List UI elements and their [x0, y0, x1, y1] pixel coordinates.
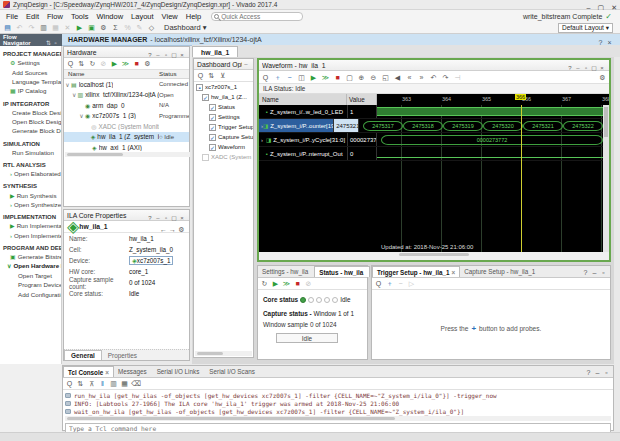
help-icon[interactable]: ?: [584, 368, 593, 377]
panel-tab[interactable]: Trigger Setup - hw_ila_1×: [372, 266, 460, 277]
properties-tab[interactable]: Properties: [102, 351, 143, 360]
twisty-icon[interactable]: ∨: [78, 112, 85, 119]
stop-icon[interactable]: ■: [293, 279, 302, 288]
refresh-icon[interactable]: ↻: [260, 279, 269, 288]
dashboard-option-row[interactable]: ✓ Waveform: [194, 142, 253, 152]
cursor-label[interactable]: 366: [515, 94, 526, 100]
menu-item[interactable]: View: [158, 12, 182, 21]
waveform-canvas[interactable]: ▪Z_system_i/..w_led_0_LED 1 ›◨Z_system_i…: [259, 105, 609, 252]
h-scrollbar[interactable]: [65, 416, 611, 421]
command-marker-icon[interactable]: [65, 409, 71, 414]
help-icon[interactable]: ?: [566, 64, 574, 73]
flow-nav-item[interactable]: ›Open Synthesized Design: [0, 200, 61, 209]
hardware-tree-row[interactable]: ∨◉xc7z007s_1 (3) Programmed: [64, 111, 189, 122]
run-trigger-icon[interactable]: ▶: [110, 59, 119, 68]
run-immediate-icon[interactable]: ≫: [121, 59, 130, 68]
forward-icon[interactable]: →: [168, 225, 177, 234]
goto-start-icon[interactable]: «: [405, 73, 414, 82]
properties-tab[interactable]: General: [64, 350, 102, 360]
maximize-icon[interactable]: ▢: [590, 64, 598, 73]
dashboard-option-row[interactable]: ✓ hw_ila_1 (Z...: [194, 92, 253, 102]
minimize-icon[interactable]: –: [574, 64, 582, 73]
flow-nav-section[interactable]: IMPLEMENTATION: [0, 209, 61, 221]
hardware-tree-row[interactable]: ◎XADC (System Monitor): [64, 121, 189, 132]
undo-icon[interactable]: ↶: [15, 23, 24, 32]
Z_system_i/P..nterrupt_Out[interactable]: ▪Z_system_i/P..nterrupt_Out 0: [259, 147, 609, 161]
panel-tab[interactable]: Status - hw_ila: [314, 266, 370, 277]
expand-all-icon[interactable]: ⊻: [218, 71, 227, 80]
dashboard-option-row[interactable]: ✓ Trigger Setup: [194, 122, 253, 132]
search-icon[interactable]: Q: [66, 59, 75, 68]
search-icon[interactable]: Q: [374, 279, 383, 288]
collapse-all-icon[interactable]: ⇅: [207, 71, 216, 80]
flow-nav-item[interactable]: Add Sources: [0, 67, 61, 76]
hardware-tree-row[interactable]: ◈hw_ila_1 (Z_system_ila_... ○ Idle: [64, 132, 189, 143]
console-tab[interactable]: Serial I/O Scans: [205, 367, 261, 377]
flow-nav-item[interactable]: Run Simulation: [0, 148, 61, 157]
menu-item[interactable]: Help: [182, 12, 205, 21]
add-probe-icon[interactable]: +: [471, 324, 476, 333]
checkbox[interactable]: [202, 154, 209, 161]
export-icon[interactable]: ◫: [297, 73, 306, 82]
flow-nav-item[interactable]: ∨Open Hardware Manager: [0, 261, 61, 270]
minimize-icon[interactable]: –: [593, 368, 602, 377]
clear-icon[interactable]: ⌫: [131, 379, 141, 388]
percent-icon[interactable]: %: [123, 23, 132, 32]
reports-icon[interactable]: Σ: [111, 23, 120, 32]
checkbox[interactable]: ✓: [202, 94, 209, 101]
checkbox[interactable]: ▪: [196, 84, 203, 91]
collapse-all-icon[interactable]: ⇅: [77, 59, 86, 68]
undo-zoom-icon[interactable]: ↶: [429, 73, 438, 82]
add-probe-icon[interactable]: ＋: [385, 279, 394, 288]
checkbox[interactable]: ✓: [209, 104, 216, 111]
settings-icon[interactable]: ⚙: [598, 73, 607, 82]
menu-item[interactable]: Layout: [127, 12, 158, 21]
flow-nav-section[interactable]: RTL ANALYSIS: [0, 157, 61, 169]
flow-nav-section[interactable]: IP INTEGRATOR: [0, 96, 61, 108]
dashboard-option-row[interactable]: ▪ xc7z007s_1: [194, 82, 253, 92]
run-trigger-icon[interactable]: ▶: [271, 279, 280, 288]
v-scrollbar[interactable]: [603, 105, 609, 252]
settings-icon[interactable]: ⚙: [177, 225, 186, 234]
flow-nav-section[interactable]: SYNTHESIS: [0, 178, 61, 190]
menu-item[interactable]: File: [2, 12, 22, 21]
console-tab[interactable]: Tcl Console×: [63, 366, 114, 377]
panel-tab[interactable]: Settings - hw_ila: [258, 267, 314, 277]
search-icon[interactable]: Q: [65, 379, 74, 388]
add-probe-icon[interactable]: ＋: [273, 73, 282, 82]
dashboard-dropdown[interactable]: Dashboard ▾: [164, 23, 207, 32]
minimize-icon[interactable]: –: [242, 60, 250, 69]
float-icon[interactable]: ▫: [602, 368, 611, 377]
checkbox[interactable]: ✓: [209, 134, 216, 141]
pin-icon[interactable]: ⊣: [453, 73, 462, 82]
minimize-icon[interactable]: –: [154, 51, 162, 60]
flow-nav-item[interactable]: ▦IP Catalog: [0, 86, 61, 95]
pause-icon[interactable]: ‖: [98, 379, 107, 388]
waveform-ruler[interactable]: 363364365366367368 366: [377, 94, 609, 105]
console-tab[interactable]: Messages: [114, 367, 153, 377]
command-marker-icon[interactable]: [65, 393, 71, 398]
autoconnect-icon[interactable]: ⊘: [99, 59, 108, 68]
checkbox[interactable]: ✓: [209, 144, 216, 151]
zoom-out-icon[interactable]: ⊖: [369, 73, 378, 82]
command-marker-icon[interactable]: [65, 401, 71, 406]
run-icon[interactable]: ▷: [407, 279, 416, 288]
delete-icon[interactable]: ✕: [63, 23, 72, 32]
h-scrollbar[interactable]: [65, 152, 190, 157]
disabled-icon[interactable]: ⊘: [304, 279, 313, 288]
flow-nav-item[interactable]: ▶Run Implementation: [0, 221, 61, 230]
hardware-tree-row[interactable]: ∨▥xilinx_tcf/Xilinx/1234-ojtA (1) Open: [64, 90, 189, 101]
goto-end-icon[interactable]: »: [417, 73, 426, 82]
back-icon[interactable]: ←: [159, 225, 168, 234]
console-log[interactable]: run_hw_ila [get_hw_ilas -of_objects [get…: [63, 390, 613, 416]
flow-nav-item[interactable]: Open Block Design: [0, 117, 61, 126]
run-immediate-icon[interactable]: ≫: [321, 73, 330, 82]
Z_system_i/P..ounter[19:0][interactable]: ›◨Z_system_i/P..ounter[19:0] 2475321 247…: [259, 119, 609, 133]
checkbox[interactable]: ✓: [209, 114, 216, 121]
hardware-tree-row[interactable]: ◉arm_dap_0 N/A: [64, 100, 189, 111]
dashboard-tab[interactable]: hw_ila_1: [192, 46, 238, 57]
flow-nav-item[interactable]: Create Block Design: [0, 108, 61, 117]
dashboard-option-row[interactable]: ✓ Capture Setup: [194, 132, 253, 142]
refresh-icon[interactable]: ↻: [88, 59, 97, 68]
redo-zoom-icon[interactable]: ↷: [441, 73, 450, 82]
